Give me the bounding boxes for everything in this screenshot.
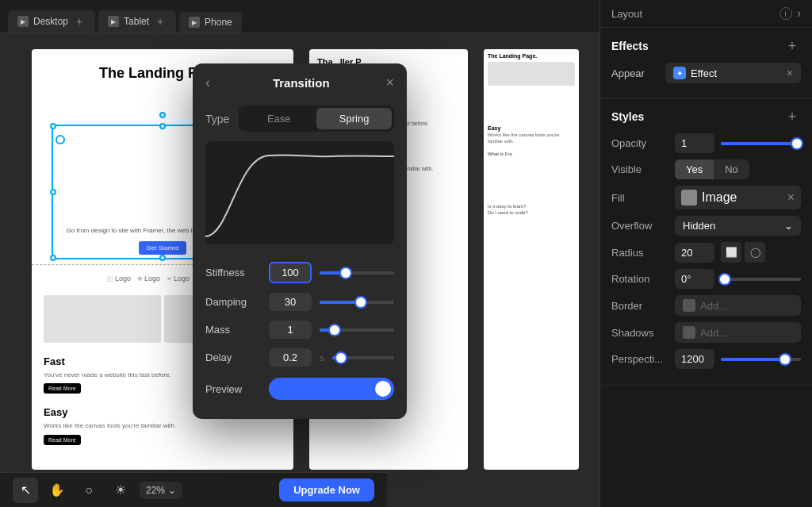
delay-input[interactable] xyxy=(269,348,312,367)
phone-easy: Easy xyxy=(488,125,575,131)
delay-slider[interactable] xyxy=(332,356,395,359)
tab-add-btn[interactable]: + xyxy=(73,15,86,28)
perspective-label: Perspecti... xyxy=(611,353,668,365)
border-label: Border xyxy=(611,300,668,312)
bottom-toolbar: ↖ ✋ ○ ☀ 22% ⌄ Upgrade Now xyxy=(0,472,387,507)
modal-type-row: Type Ease Spring xyxy=(193,102,407,141)
overflow-chevron-icon: ⌄ xyxy=(784,220,793,232)
phone-frame[interactable]: The Landing Page. Easy Works like the ca… xyxy=(484,49,579,470)
shadows-badge[interactable]: Add... xyxy=(675,322,801,343)
rotation-row: Rotation 0° xyxy=(611,269,801,289)
perspective-slider[interactable] xyxy=(721,358,801,361)
delay-row: Delay s xyxy=(193,344,407,371)
effects-add-btn[interactable]: + xyxy=(783,37,801,55)
mass-input[interactable] xyxy=(269,321,312,339)
cursor-tool[interactable]: ↖ xyxy=(13,478,38,503)
preview-track[interactable] xyxy=(269,378,394,400)
fast-read-more[interactable]: Read More xyxy=(44,383,81,394)
easy-read-more[interactable]: Read More xyxy=(44,435,81,445)
stiffness-input[interactable] xyxy=(269,262,312,283)
fill-swatch xyxy=(681,190,697,205)
placeholder-block-1 xyxy=(44,295,161,343)
tab-tablet-label: Tablet xyxy=(124,16,149,27)
stiffness-slider[interactable] xyxy=(320,271,394,275)
stiffness-row: Stiffness xyxy=(193,257,407,288)
effect-badge[interactable]: ✦ Effect × xyxy=(665,63,801,83)
right-panel: Layout i › Effects + Appear ✦ Effect × xyxy=(599,0,812,507)
shadows-value: Add... xyxy=(700,327,727,339)
fill-value-row: Image × xyxy=(675,186,801,209)
phone-what-is: What is Fra xyxy=(488,152,575,156)
rotation-slider[interactable] xyxy=(721,278,801,281)
border-swatch xyxy=(683,299,695,312)
effects-header: Effects + xyxy=(611,37,801,55)
radius-value[interactable]: 20 xyxy=(675,243,714,263)
styles-title: Styles xyxy=(611,110,644,123)
opacity-label: Opacity xyxy=(611,137,668,149)
mass-label: Mass xyxy=(205,324,261,336)
tab-tablet-add-btn[interactable]: + xyxy=(154,15,167,28)
visible-yes-btn[interactable]: Yes xyxy=(675,159,714,179)
damping-slider[interactable] xyxy=(320,301,394,304)
logo-1: ◫ Logo xyxy=(107,275,131,282)
layout-section-header: Layout i › xyxy=(600,0,812,28)
visible-toggle: Yes No xyxy=(675,159,749,179)
effect-close-btn[interactable]: × xyxy=(787,67,793,79)
type-spring-btn[interactable]: Spring xyxy=(316,108,392,129)
cta-button[interactable]: Get Started xyxy=(139,241,187,255)
layout-info-icon[interactable]: i xyxy=(779,7,792,20)
border-badge[interactable]: Add... xyxy=(675,295,801,316)
effects-section: Effects + Appear ✦ Effect × xyxy=(600,28,812,98)
damping-input[interactable] xyxy=(269,293,312,311)
modal-back-btn[interactable]: ‹ xyxy=(205,75,210,91)
comment-tool[interactable]: ○ xyxy=(76,478,102,503)
layout-expand-icon[interactable]: › xyxy=(797,6,801,21)
radius-round-btn[interactable]: ◯ xyxy=(745,242,765,263)
handle-rotate[interactable] xyxy=(159,112,166,118)
visible-no-btn[interactable]: No xyxy=(714,159,749,179)
delay-label: Delay xyxy=(205,351,261,363)
effect-appear-row: Appear ✦ Effect × xyxy=(611,63,801,83)
fill-value-label: Image xyxy=(702,190,737,205)
styles-section: Styles + Opacity 1 Visible Yes No xyxy=(600,98,812,386)
zoom-control[interactable]: 22% ⌄ xyxy=(140,482,182,499)
styles-add-btn[interactable]: + xyxy=(783,108,801,125)
fill-row: Fill Image × xyxy=(611,186,801,209)
fill-close-btn[interactable]: × xyxy=(787,190,795,205)
tab-phone[interactable]: ▶ Phone xyxy=(179,12,242,33)
fill-badge[interactable]: Image × xyxy=(675,186,801,209)
radius-square-btn[interactable]: ⬜ xyxy=(721,242,741,263)
upgrade-button[interactable]: Upgrade Now xyxy=(279,478,374,501)
overflow-dropdown[interactable]: Hidden ⌄ xyxy=(675,216,801,236)
rotation-value[interactable]: 0° xyxy=(675,269,714,289)
tab-desktop[interactable]: ▶ Desktop + xyxy=(8,10,95,33)
perspective-value[interactable]: 1200 xyxy=(675,349,714,369)
opacity-value[interactable]: 1 xyxy=(675,133,714,153)
phone-frame-content: The Landing Page. Easy Works like the ca… xyxy=(484,49,579,470)
appear-label: Appear xyxy=(611,67,659,79)
perspective-row: Perspecti... 1200 xyxy=(611,349,801,369)
hand-tool[interactable]: ✋ xyxy=(44,478,70,503)
effect-icon: ✦ xyxy=(673,67,686,79)
handle-ml[interactable] xyxy=(50,189,56,195)
phone-placeholder xyxy=(488,62,575,86)
visible-row: Visible Yes No xyxy=(611,159,801,179)
effects-title: Effects xyxy=(611,40,649,52)
fill-label: Fill xyxy=(611,192,668,204)
rotation-label: Rotation xyxy=(611,273,668,285)
opacity-slider[interactable] xyxy=(721,142,801,145)
handle-tl[interactable] xyxy=(50,123,56,129)
logo-2: ✚ Logo xyxy=(137,275,160,282)
tab-tablet[interactable]: ▶ Tablet + xyxy=(98,10,176,33)
mass-slider[interactable] xyxy=(320,328,394,332)
easy-text: Works like the canvas tools you're famil… xyxy=(44,421,282,430)
handle-tm[interactable] xyxy=(159,123,166,129)
tabs-bar: ▶ Desktop + ▶ Tablet + ▶ Phone xyxy=(0,0,599,33)
type-ease-btn[interactable]: Ease xyxy=(241,108,316,129)
stiffness-label: Stiffness xyxy=(205,267,261,278)
spring-graph xyxy=(205,141,394,244)
preview-row: Preview xyxy=(193,371,407,406)
sun-tool[interactable]: ☀ xyxy=(108,478,133,503)
effect-badge-label: Effect xyxy=(691,67,717,79)
modal-close-btn[interactable]: × xyxy=(385,75,394,91)
